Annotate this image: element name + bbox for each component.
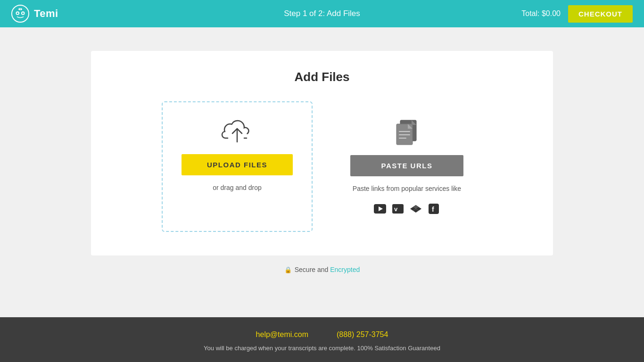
svg-text:f: f [432, 206, 434, 213]
svg-point-3 [17, 12, 18, 14]
vimeo-icon: v [392, 203, 404, 215]
main-content: Add Files UPLOAD FILES or drag and drop [0, 27, 644, 317]
step-label: Step 1 of 2: Add Files [284, 9, 360, 18]
svg-point-0 [12, 5, 29, 22]
upload-files-box: UPLOAD FILES or drag and drop [162, 101, 313, 232]
file-copy-icon [392, 116, 422, 147]
footer-email-link[interactable]: help@temi.com [256, 330, 308, 339]
drag-drop-text: or drag and drop [213, 184, 262, 191]
security-note: 🔒 Secure and Encrypted [284, 266, 360, 273]
footer-disclaimer: You will be charged when your transcript… [9, 345, 635, 352]
upload-area: UPLOAD FILES or drag and drop [115, 101, 529, 232]
checkout-button[interactable]: CHECKOUT [568, 5, 633, 23]
page-title: Add Files [115, 70, 529, 84]
cloud-upload-icon [221, 117, 254, 146]
header-right: Total: $0.00 CHECKOUT [521, 5, 633, 23]
security-text: Secure and Encrypted [295, 266, 360, 273]
youtube-icon [374, 203, 386, 215]
paste-description: Paste links from popular services like [353, 185, 461, 192]
service-icons: v [374, 203, 440, 215]
paste-urls-button[interactable]: PASTE URLS [350, 155, 463, 176]
lock-icon: 🔒 [284, 266, 292, 273]
svg-text:v: v [394, 206, 398, 213]
upload-files-button[interactable]: UPLOAD FILES [182, 154, 293, 175]
dropbox-icon [410, 203, 422, 215]
add-files-card: Add Files UPLOAD FILES or drag and drop [91, 51, 553, 255]
footer-contacts: help@temi.com (888) 257-3754 [9, 330, 635, 339]
total-label: Total: $0.00 [521, 9, 561, 18]
paste-urls-box: PASTE URLS Paste links from popular serv… [331, 101, 482, 232]
footer-phone-link[interactable]: (888) 257-3754 [337, 330, 388, 339]
footer: help@temi.com (888) 257-3754 You will be… [0, 317, 644, 362]
svg-point-4 [22, 12, 24, 14]
facebook-icon: f [428, 203, 440, 215]
logo[interactable]: Temi [11, 5, 58, 23]
temi-logo-icon [11, 5, 29, 23]
logo-text: Temi [34, 8, 58, 20]
encrypted-link[interactable]: Encrypted [330, 266, 360, 273]
